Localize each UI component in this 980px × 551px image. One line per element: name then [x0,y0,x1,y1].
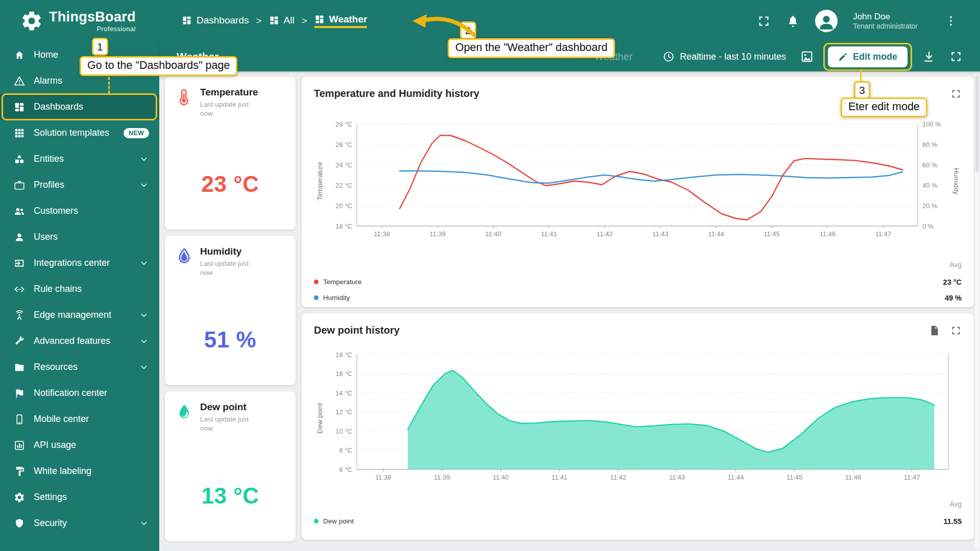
timewindow-button[interactable]: Realtime - last 10 minutes [663,51,786,63]
sidebar-item-label: Notification center [34,388,107,398]
briefcase-icon [14,180,25,191]
sidebar-item-alarms[interactable]: Alarms [0,68,159,94]
fullscreen-icon[interactable] [757,14,771,28]
sidebar-item-label: Alarms [34,76,62,86]
breadcrumb-separator: > [256,15,261,27]
widget-title: Humidity [200,246,262,257]
svg-text:18 °C: 18 °C [335,222,352,230]
legend-avg-label: Avg [949,261,962,269]
thingsboard-logo-icon [20,10,43,32]
dashboard-canvas: Temperature Last update just now 23 °C H… [159,71,980,551]
dew-point-chart-card[interactable]: Dew point history Dew point 6 °C8 °C10 °… [302,313,974,540]
svg-text:22 °C: 22 °C [335,182,352,189]
sidebar-menu: HomeAlarmsDashboardsSolution templatesNE… [0,42,159,551]
svg-text:16 °C: 16 °C [335,370,352,378]
dashboard-fullscreen-icon[interactable] [949,50,963,63]
humidity-value: 51 % [204,327,256,353]
kebab-menu-icon[interactable] [944,14,958,28]
sidebar-item-api-usage[interactable]: API usage [0,432,159,458]
user-name: John Doe [853,11,918,22]
svg-text:11:43: 11:43 [669,473,685,481]
svg-text:80 %: 80 % [922,141,938,148]
warning-icon [14,76,25,87]
dew-drop-icon [175,403,193,421]
svg-text:11:39: 11:39 [429,230,446,238]
chevron-down-icon [139,336,149,346]
sidebar-item-integrations-center[interactable]: Integrations center [0,250,159,276]
folder-icon [14,362,25,373]
scrollbar-thumb[interactable] [975,76,979,172]
export-data-icon[interactable] [929,325,940,336]
sidebar-item-label: Profiles [34,180,64,190]
dashboards-icon [182,15,192,26]
svg-text:40 %: 40 % [922,182,938,189]
sidebar-item-resources[interactable]: Resources [0,354,159,380]
breadcrumb-label: All [284,15,295,26]
humidity-widget[interactable]: Humidity Last update just now 51 % [165,236,296,385]
notifications-bell-icon[interactable] [786,14,800,28]
sidebar-item-solution-templates[interactable]: Solution templatesNEW [0,120,159,146]
breadcrumb-item-weather[interactable]: Weather [314,14,368,28]
humidity-drop-icon [175,247,193,265]
sidebar-item-advanced-features[interactable]: Advanced features [0,328,159,354]
y-axis-label-temperature: Temperature [314,119,325,243]
brand-logo[interactable]: ThingsBoard Professional [0,10,159,32]
legend-row-dew-point[interactable]: Dew point11.55 [314,513,962,529]
sidebar-item-mobile-center[interactable]: Mobile center [0,406,159,432]
dashboards-icon [269,15,279,26]
legend-row-temperature[interactable]: Temperature23 °C [314,274,962,290]
sidebar-item-label: Dashboards [34,102,83,112]
widget-subtitle: Last update just now [200,100,262,118]
sidebar-item-label: White labeling [34,466,91,477]
sidebar-item-entities[interactable]: Entities [0,146,159,172]
expand-chart-icon[interactable] [950,325,962,336]
sidebar-item-label: Edge management [34,310,111,320]
y-axis-label-dew-point: Dew point [314,349,325,487]
dashboard-ghost-title: Weather [594,51,632,63]
chart-title: Dew point history [314,324,400,336]
svg-text:20 %: 20 % [922,202,938,210]
sidebar-item-profiles[interactable]: Profiles [0,172,159,198]
breadcrumb-item-all[interactable]: All [269,15,295,27]
user-block[interactable]: John Doe Tenant administrator [853,11,918,31]
dew-point-widget[interactable]: Dew point Last update just now 13 °C [165,391,296,541]
sidebar-item-home[interactable]: Home [0,42,159,68]
breadcrumb-item-dashboards[interactable]: Dashboards [182,15,249,27]
image-gallery-icon[interactable] [800,50,814,63]
temperature-widget[interactable]: Temperature Last update just now 23 °C [165,77,296,230]
sidebar-item-edge-management[interactable]: Edge management [0,302,159,328]
pencil-icon [838,52,848,62]
sidebar-item-white-labeling[interactable]: White labeling [0,458,159,484]
expand-chart-icon[interactable] [950,88,962,99]
svg-text:11:47: 11:47 [904,473,920,481]
breadcrumb-separator: > [302,15,307,27]
sidebar-item-users[interactable]: Users [0,224,159,250]
breadcrumb-label: Weather [329,14,368,25]
sidebar-item-rule-chains[interactable]: Rule chains [0,276,159,302]
temperature-value: 23 °C [201,171,259,197]
dashboard-scrollbar[interactable] [975,74,979,548]
sidebar-item-customers[interactable]: Customers [0,198,159,224]
avatar[interactable] [815,10,838,32]
svg-text:11:44: 11:44 [708,230,724,238]
sidebar-item-label: Mobile center [34,414,89,424]
svg-text:11:45: 11:45 [764,230,780,238]
legend-avg-value: 11.55 [944,517,962,525]
svg-text:11:44: 11:44 [728,473,744,481]
integration-icon [14,258,25,269]
svg-text:10 °C: 10 °C [335,428,352,435]
sidebar-item-security[interactable]: Security [0,510,159,536]
widget-subtitle: Last update just now [200,415,262,433]
sidebar-item-notification-center[interactable]: Notification center [0,380,159,406]
legend-avg-label: Avg [949,500,962,508]
svg-text:14 °C: 14 °C [335,389,352,397]
legend-row-humidity[interactable]: Humidity49 % [314,290,962,306]
avatar-person-icon [816,12,837,32]
download-icon[interactable] [922,50,935,63]
breadcrumb-label: Dashboards [197,15,249,26]
sidebar-item-settings[interactable]: Settings [0,484,159,510]
edit-mode-button[interactable]: Edit mode [828,46,908,67]
temperature-humidity-chart-card[interactable]: Temperature and Humidity history Tempera… [302,77,974,307]
sidebar-item-dashboards[interactable]: Dashboards [0,94,159,120]
paint-icon [14,466,25,477]
